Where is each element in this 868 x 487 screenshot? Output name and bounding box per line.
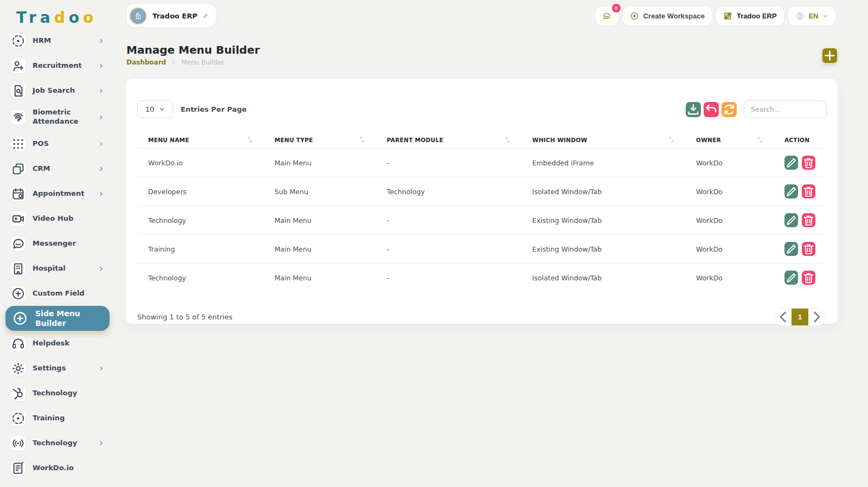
chevron-left-icon: [775, 309, 792, 325]
edit-button[interactable]: [784, 271, 798, 285]
sidebar-item-label: Technology: [33, 439, 91, 448]
trash-icon: [802, 242, 815, 256]
showing-entries-text: Showing 1 to 5 of 5 entries: [137, 313, 232, 321]
entries-per-page-value: 10: [145, 105, 155, 113]
sidebar-item-workdo-io[interactable]: WorkDo.io: [0, 456, 115, 480]
cell-owner: WorkDo: [685, 264, 774, 292]
entries-per-page-label: Entries Per Page: [181, 105, 247, 113]
refresh-button[interactable]: [722, 102, 737, 117]
sidebar-item-hospital[interactable]: Hospital: [0, 256, 115, 281]
language-selector[interactable]: EN: [788, 7, 835, 25]
column-header-parent-module[interactable]: PARENT MODULE: [376, 132, 521, 149]
add-menu-button[interactable]: [822, 48, 837, 63]
pagination: 1: [774, 308, 826, 326]
column-header-which-window[interactable]: WHICH WINDOW: [521, 132, 685, 149]
page-1-button[interactable]: 1: [792, 309, 808, 325]
edit-button[interactable]: [784, 242, 798, 256]
sidebar-item-side-menu-builder[interactable]: Side Menu Builder: [5, 306, 110, 331]
sort-icon[interactable]: [505, 136, 510, 143]
app-logo[interactable]: Tradoo: [16, 9, 97, 27]
headset-icon: [11, 336, 25, 351]
edit-button[interactable]: [784, 184, 798, 198]
user-plus-icon: [11, 59, 25, 73]
reset-button[interactable]: [704, 102, 719, 117]
column-header-owner[interactable]: OWNER: [685, 132, 774, 149]
search-input[interactable]: [744, 100, 827, 118]
sort-icon[interactable]: [247, 136, 253, 143]
chevron-right-icon: [98, 63, 104, 69]
table-header-row: MENU NAME MENU TYPE PARENT MODULE WHICH …: [137, 132, 826, 149]
cell-owner: WorkDo: [685, 235, 774, 264]
sidebar-item-recruitment[interactable]: Recruitment: [0, 53, 115, 78]
chevron-right-icon: [98, 141, 104, 147]
pencil-icon: [784, 156, 798, 170]
sidebar-item-custom-field[interactable]: Custom Field: [0, 281, 115, 306]
target-icon: [11, 34, 25, 48]
cell-parent-module: Technology: [376, 177, 521, 206]
sidebar-item-job-search[interactable]: Job Search: [0, 78, 115, 103]
delete-button[interactable]: [802, 156, 815, 170]
sidebar-item-label: WorkDo.io: [33, 464, 104, 473]
globe-icon: [795, 11, 805, 21]
app-switcher-button[interactable]: Tradoo ERP: [716, 7, 784, 25]
chevron-right-icon: [98, 166, 104, 172]
sidebar-item-appointment[interactable]: Appointment: [0, 181, 115, 206]
notifications-button[interactable]: 0: [596, 7, 618, 25]
column-header-menu-name[interactable]: MENU NAME: [137, 132, 264, 149]
workspace-chip[interactable]: Tradoo ERP: [126, 4, 216, 27]
cell-menu-type: Main Menu: [264, 206, 376, 235]
create-workspace-button[interactable]: Create Workspace: [623, 7, 712, 25]
table-row: WorkDo.io Main Menu - Embedded iFrame Wo…: [137, 149, 826, 177]
sort-icon[interactable]: [359, 136, 365, 143]
building-icon: [11, 261, 25, 276]
sort-icon[interactable]: [757, 136, 763, 143]
chevron-down-icon: [159, 106, 165, 112]
cell-owner: WorkDo: [685, 149, 774, 177]
sidebar-item-technology-1[interactable]: Technology: [0, 381, 115, 406]
sidebar-item-biometric-attendance[interactable]: Biometric Attendance: [0, 103, 115, 131]
sidebar-item-pos[interactable]: POS: [0, 131, 115, 156]
sidebar-item-label: Side Menu Builder: [35, 309, 103, 328]
delete-button[interactable]: [802, 184, 815, 198]
workspace-name: Tradoo ERP: [152, 12, 197, 20]
delete-button[interactable]: [802, 271, 815, 285]
sort-icon[interactable]: [668, 136, 674, 143]
edit-button[interactable]: [784, 213, 798, 227]
delete-button[interactable]: [802, 242, 815, 256]
page-title: Manage Menu Builder: [126, 43, 260, 56]
plus-circle-icon: [630, 11, 639, 21]
next-page-button[interactable]: [808, 309, 825, 325]
column-header-menu-type[interactable]: MENU TYPE: [264, 132, 376, 149]
cell-which-window: Embedded iFrame: [521, 149, 685, 177]
sidebar-item-label: HRM: [33, 36, 91, 46]
sidebar-item-settings[interactable]: Settings: [0, 356, 115, 381]
edit-button[interactable]: [784, 156, 798, 170]
sidebar-item-label: Custom Field: [33, 289, 104, 298]
delete-button[interactable]: [802, 213, 815, 227]
table-row: Training Main Menu - Existing Window/Tab…: [137, 235, 826, 264]
logo-part: Tra: [16, 9, 54, 27]
breadcrumb-dashboard-link[interactable]: Dashboard: [126, 59, 166, 66]
cell-menu-name: Technology: [137, 264, 264, 292]
edit-pencil-icon[interactable]: [203, 13, 208, 18]
sidebar-item-label: Appointment: [33, 189, 91, 198]
entries-per-page-select[interactable]: 10: [137, 100, 173, 118]
chevron-down-icon: [822, 13, 828, 19]
plus-circle-icon: [12, 310, 28, 326]
previous-page-button[interactable]: [775, 309, 792, 325]
sidebar-item-hrm[interactable]: HRM: [0, 28, 115, 53]
sidebar-item-helpdesk[interactable]: Helpdesk: [0, 331, 115, 356]
sidebar-item-training[interactable]: Training: [0, 406, 115, 431]
sidebar-nav: HRM Recruitment Job Search Biometric Att…: [0, 28, 115, 480]
grid-squares-icon: [723, 11, 732, 21]
plus-icon: [822, 48, 837, 63]
chevron-right-icon: [98, 114, 104, 120]
notification-badge: 0: [612, 4, 621, 12]
sidebar-item-video-hub[interactable]: Video Hub: [0, 206, 115, 231]
export-button[interactable]: [686, 102, 701, 117]
sidebar-item-technology-2[interactable]: Technology: [0, 431, 115, 456]
cell-parent-module: -: [376, 235, 521, 264]
sidebar-item-messenger[interactable]: Messenger: [0, 231, 115, 256]
sidebar-item-crm[interactable]: CRM: [0, 156, 115, 181]
create-workspace-label: Create Workspace: [643, 12, 705, 20]
